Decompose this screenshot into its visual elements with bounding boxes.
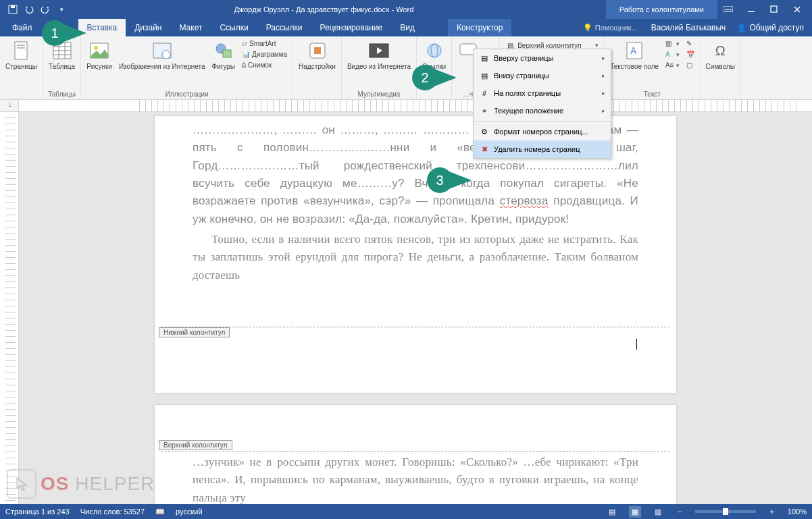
quick-parts-button[interactable]: ▥▾: [663, 38, 682, 49]
menu-separator: [474, 121, 611, 121]
menu-remove-numbers[interactable]: ✖Удалить номера страниц: [474, 140, 611, 158]
title-bar: ▾ Джордж Оруэлл - Да здравствует фикус.d…: [0, 0, 812, 19]
callout-badge-2: 2: [412, 65, 461, 90]
callout-badge-3: 3: [427, 167, 476, 193]
context-tab-label: Работа с колонтитулами: [606, 0, 717, 19]
svg-rect-3: [725, 9, 732, 10]
wordart-button[interactable]: A▾: [663, 49, 682, 59]
signature-button[interactable]: ✎: [684, 38, 697, 49]
user-name[interactable]: Василий Батькавыч: [651, 23, 726, 32]
online-pictures-button[interactable]: Изображения из Интернета: [116, 38, 208, 72]
video-label: Видео из Интернета: [347, 63, 411, 71]
online-video-button[interactable]: Видео из Интернета: [345, 38, 413, 72]
menu-margins-label: На полях страницы: [494, 89, 561, 97]
close-icon[interactable]: [786, 2, 808, 17]
group-symbols-label: [703, 90, 738, 99]
header-tag[interactable]: Верхний колонтитул: [159, 440, 232, 450]
chart-button[interactable]: 📊Диаграмма: [239, 49, 290, 59]
menu-format-numbers[interactable]: ⚙Формат номеров страниц...: [474, 123, 611, 140]
group-text-label: Текст: [607, 90, 696, 99]
vertical-ruler[interactable]: [0, 112, 19, 504]
tab-layout[interactable]: Макет: [170, 19, 211, 36]
ruler-corner[interactable]: └: [0, 100, 19, 112]
print-layout-icon[interactable]: ▦: [629, 506, 641, 518]
menu-top-label: Вверху страницы: [494, 54, 553, 62]
textbox-button[interactable]: A Текстовое поле: [607, 38, 661, 72]
ribbon-options-icon[interactable]: [717, 2, 739, 17]
symbols-button[interactable]: Ω Символы: [703, 38, 738, 72]
svg-rect-1: [11, 5, 15, 8]
textbox-label: Текстовое поле: [610, 63, 659, 71]
screenshot-label: Снимок: [248, 61, 272, 69]
menu-remove-label: Удалить номера страниц: [494, 145, 580, 153]
badge-2-arrow: [432, 68, 457, 87]
group-addins-label: [296, 90, 338, 99]
share-button[interactable]: 👤 Общий доступ: [730, 23, 804, 32]
text-cursor: [636, 339, 637, 350]
status-language[interactable]: русский: [176, 508, 202, 516]
save-icon[interactable]: [5, 2, 20, 17]
read-mode-icon[interactable]: ▤: [606, 508, 618, 516]
tab-mailings[interactable]: Рассылки: [257, 19, 311, 36]
tab-design[interactable]: Дизайн: [126, 19, 170, 36]
menu-current-position[interactable]: ⌖Текущее положение▸: [474, 102, 611, 119]
footer-tag[interactable]: Нижний колонтитул: [159, 327, 230, 337]
lightbulb-icon: 💡: [583, 24, 592, 32]
menu-bottom-of-page[interactable]: ▤Внизу страницы▸: [474, 67, 611, 84]
menu-top-of-page[interactable]: ▤Вверху страницы▸: [474, 49, 611, 67]
smartart-button[interactable]: ▱SmartArt: [239, 38, 290, 49]
page-2: Верхний колонтитул …зунчик» не в россыпи…: [155, 405, 676, 504]
addins-button[interactable]: Надстройки: [296, 38, 338, 72]
svg-rect-8: [15, 42, 27, 59]
dropcap-button[interactable]: A≡▾: [663, 60, 682, 70]
document-area[interactable]: …………………, ……… он ………, ……… ………… …и известн…: [19, 112, 812, 504]
picture-icon: [88, 40, 110, 61]
horizontal-ruler[interactable]: [19, 100, 812, 112]
pages-button[interactable]: Страницы: [3, 38, 40, 72]
shapes-button[interactable]: Фигуры: [209, 38, 238, 72]
ribbon: Страницы Таблица Таблицы Рисунки Изображ…: [0, 36, 812, 100]
object-button[interactable]: ▢: [684, 60, 697, 70]
group-media-label: Мультимедиа: [345, 90, 413, 99]
screenshot-icon: ⎙: [242, 61, 246, 69]
tab-references[interactable]: Ссылки: [211, 19, 257, 36]
menu-page-margins[interactable]: #На полях страницы▸: [474, 84, 611, 102]
zoom-out-button[interactable]: −: [675, 508, 684, 516]
zoom-slider[interactable]: [695, 510, 756, 513]
web-layout-icon[interactable]: ▥: [652, 508, 664, 516]
status-words[interactable]: Число слов: 53527: [80, 508, 145, 516]
wordart-icon: A: [665, 51, 670, 58]
document-title: Джордж Оруэлл - Да здравствует фикус.doc…: [69, 5, 579, 13]
maximize-icon[interactable]: [763, 2, 785, 17]
datetime-button[interactable]: 📅: [684, 49, 697, 59]
tab-review[interactable]: Рецензирование: [311, 19, 392, 36]
zoom-value[interactable]: 100%: [788, 508, 807, 516]
svg-rect-5: [771, 6, 777, 12]
qat-customize-icon[interactable]: ▾: [54, 2, 69, 17]
screenshot-button[interactable]: ⎙Снимок: [239, 60, 290, 70]
spellcheck-icon[interactable]: 📖: [155, 508, 165, 516]
omega-icon: Ω: [709, 40, 731, 61]
chart-icon: 📊: [242, 51, 250, 58]
tab-view[interactable]: Вид: [391, 19, 424, 36]
zoom-thumb[interactable]: [723, 508, 728, 515]
redo-icon[interactable]: [38, 2, 53, 17]
page-current-icon: ⌖: [479, 105, 490, 116]
page-bottom-icon: ▤: [479, 70, 490, 81]
tab-file[interactable]: Файл: [0, 19, 45, 36]
smartart-label: SmartArt: [249, 40, 276, 47]
wm-helper: HELPER: [75, 473, 155, 494]
header-boundary: [161, 451, 669, 452]
minimize-icon[interactable]: [740, 2, 762, 17]
tab-constructor[interactable]: Конструктор: [448, 19, 511, 36]
pictures-label: Рисунки: [86, 63, 112, 71]
link-icon: [424, 40, 445, 61]
symbols-label: Символы: [706, 63, 735, 71]
undo-icon[interactable]: [22, 2, 36, 17]
watermark: OS HELPER: [7, 469, 155, 499]
status-page[interactable]: Страница 1 из 243: [5, 508, 70, 516]
svg-rect-22: [223, 50, 231, 57]
tell-me-search[interactable]: 💡 Помощник...: [578, 19, 643, 36]
shapes-label: Фигуры: [212, 63, 235, 71]
zoom-in-button[interactable]: +: [767, 508, 776, 516]
